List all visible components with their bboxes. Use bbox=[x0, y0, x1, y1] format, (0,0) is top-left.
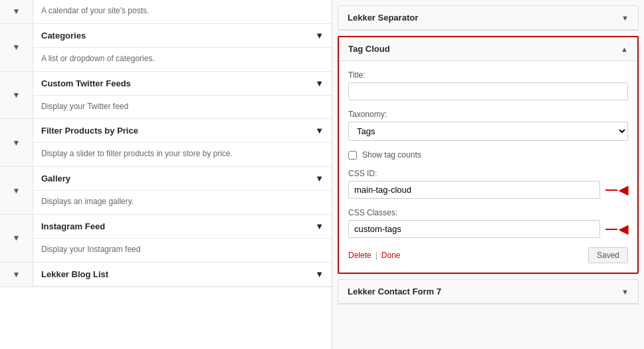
widget-list: ▼ A calendar of your site's posts. ▼ Cat… bbox=[0, 0, 332, 349]
widget-desc-filter: Display a slider to filter products in y… bbox=[33, 143, 332, 166]
css-id-input[interactable] bbox=[348, 181, 600, 199]
widget-expand-arrow-blog-list: ▼ bbox=[315, 269, 324, 279]
widget-desc-calendar: A calendar of your site's posts. bbox=[33, 0, 332, 23]
title-input[interactable] bbox=[348, 82, 628, 100]
action-separator: | bbox=[376, 251, 377, 260]
section-lekker-separator: Lekker Separator ▼ bbox=[338, 5, 639, 31]
arrow-indicator-css-id: ◀ bbox=[605, 183, 628, 197]
done-link[interactable]: Done bbox=[381, 251, 401, 260]
section-header-lekker-separator[interactable]: Lekker Separator ▼ bbox=[338, 6, 638, 30]
widget-expand-arrow-filter: ▼ bbox=[315, 126, 324, 136]
widget-row-calendar-partial: ▼ A calendar of your site's posts. bbox=[0, 0, 332, 24]
widget-title-categories[interactable]: Categories ▼ bbox=[33, 24, 332, 48]
widget-collapse-blog-list[interactable]: ▼ bbox=[0, 263, 33, 287]
action-row: Delete | Done Saved bbox=[348, 247, 628, 263]
widget-title-blog-list[interactable]: Lekker Blog List ▼ bbox=[33, 263, 332, 287]
css-classes-input-wrapper: ◀ bbox=[348, 220, 628, 238]
chevron-down-icon: ▼ bbox=[13, 233, 21, 243]
section-header-contact-form[interactable]: Lekker Contact Form 7 ▼ bbox=[338, 280, 638, 304]
widget-desc-categories: A list or dropdown of categories. bbox=[33, 48, 332, 71]
widget-collapse-filter[interactable]: ▼ bbox=[0, 119, 33, 166]
css-id-label: CSS ID: bbox=[348, 169, 628, 178]
left-arrow-icon-css-id: ◀ bbox=[619, 183, 628, 197]
chevron-down-icon: ▼ bbox=[13, 43, 21, 52]
widget-row-custom-twitter-feeds: ▼ Custom Twitter Feeds ▼ Display your Tw… bbox=[0, 72, 332, 120]
widget-title-twitter[interactable]: Custom Twitter Feeds ▼ bbox=[33, 72, 332, 96]
form-group-title: Title: bbox=[348, 70, 628, 100]
widget-expand-arrow-twitter: ▼ bbox=[315, 78, 324, 88]
widget-desc-instagram: Display your Instagram feed bbox=[33, 239, 332, 262]
chevron-down-icon: ▼ bbox=[13, 138, 21, 148]
widget-settings-panel: Lekker Separator ▼ Tag Cloud ▲ Title: Ta… bbox=[332, 0, 644, 349]
arrow-line-2 bbox=[605, 229, 617, 230]
chevron-down-icon-contact-form: ▼ bbox=[621, 288, 629, 296]
widget-desc-twitter: Display your Twitter feed bbox=[33, 96, 332, 119]
widget-title-gallery[interactable]: Gallery ▼ bbox=[33, 167, 332, 191]
widget-collapse-gallery[interactable]: ▼ bbox=[0, 167, 33, 214]
widget-collapse-calendar[interactable]: ▼ bbox=[0, 0, 33, 23]
left-arrow-icon-css-classes: ◀ bbox=[619, 222, 628, 237]
widget-expand-arrow-instagram: ▼ bbox=[315, 221, 324, 231]
widget-desc-gallery: Displays an image gallery. bbox=[33, 191, 332, 214]
form-group-css-id: CSS ID: ◀ bbox=[348, 169, 628, 199]
widget-label-instagram: Instagram Feed bbox=[41, 221, 105, 231]
form-group-taxonomy: Taxonomy: Tags Categories Post Tags bbox=[348, 110, 628, 141]
section-header-tag-cloud[interactable]: Tag Cloud ▲ bbox=[339, 37, 637, 61]
taxonomy-select[interactable]: Tags Categories Post Tags bbox=[348, 122, 628, 141]
widget-row-categories: ▼ Categories ▼ A list or dropdown of cat… bbox=[0, 24, 332, 72]
arrow-line bbox=[605, 189, 617, 191]
section-title-contact-form: Lekker Contact Form 7 bbox=[348, 287, 441, 296]
css-id-input-wrapper: ◀ bbox=[348, 181, 628, 199]
widget-label-twitter: Custom Twitter Feeds bbox=[41, 78, 131, 88]
form-group-css-classes: CSS Classes: ◀ bbox=[348, 208, 628, 238]
chevron-down-icon: ▼ bbox=[13, 186, 21, 195]
section-title-tag-cloud: Tag Cloud bbox=[348, 44, 390, 54]
widget-label-blog-list: Lekker Blog List bbox=[41, 269, 108, 279]
chevron-down-icon-separator: ▼ bbox=[621, 14, 629, 22]
css-classes-label: CSS Classes: bbox=[348, 208, 628, 217]
taxonomy-label: Taxonomy: bbox=[348, 110, 628, 119]
section-title-lekker-separator: Lekker Separator bbox=[348, 13, 418, 23]
widget-expand-arrow-categories: ▼ bbox=[315, 31, 324, 41]
widget-row-gallery: ▼ Gallery ▼ Displays an image gallery. bbox=[0, 167, 332, 215]
chevron-down-icon: ▼ bbox=[13, 7, 21, 16]
chevron-down-icon: ▼ bbox=[13, 270, 21, 279]
widget-collapse-instagram[interactable]: ▼ bbox=[0, 215, 33, 262]
widget-label-filter: Filter Products by Price bbox=[41, 126, 138, 136]
arrow-indicator-css-classes: ◀ bbox=[605, 222, 628, 237]
delete-link[interactable]: Delete bbox=[348, 251, 372, 260]
widget-collapse-twitter[interactable]: ▼ bbox=[0, 72, 33, 119]
section-tag-cloud: Tag Cloud ▲ Title: Taxonomy: Tags Catego… bbox=[338, 36, 639, 274]
show-tag-counts-row: Show tag counts bbox=[348, 150, 628, 160]
widget-label-categories: Categories bbox=[41, 31, 86, 41]
title-label: Title: bbox=[348, 70, 628, 80]
widget-title-filter[interactable]: Filter Products by Price ▼ bbox=[33, 119, 332, 143]
widget-row-lekker-blog-list: ▼ Lekker Blog List ▼ bbox=[0, 263, 332, 287]
widget-row-instagram: ▼ Instagram Feed ▼ Display your Instagra… bbox=[0, 215, 332, 263]
widget-label-gallery: Gallery bbox=[41, 174, 70, 183]
saved-button: Saved bbox=[588, 247, 628, 263]
section-lekker-contact-form: Lekker Contact Form 7 ▼ bbox=[338, 279, 639, 304]
chevron-up-icon-tag-cloud: ▲ bbox=[621, 45, 628, 53]
widget-title-instagram[interactable]: Instagram Feed ▼ bbox=[33, 215, 332, 239]
chevron-down-icon: ▼ bbox=[13, 90, 21, 100]
widget-collapse-categories[interactable]: ▼ bbox=[0, 24, 33, 71]
widget-row-filter-products: ▼ Filter Products by Price ▼ Display a s… bbox=[0, 119, 332, 167]
widget-expand-arrow-gallery: ▼ bbox=[315, 174, 324, 183]
css-classes-input[interactable] bbox=[348, 220, 600, 238]
show-tag-counts-checkbox[interactable] bbox=[348, 151, 357, 160]
show-tag-counts-label: Show tag counts bbox=[362, 150, 421, 160]
section-body-tag-cloud: Title: Taxonomy: Tags Categories Post Ta… bbox=[339, 61, 637, 273]
action-links: Delete | Done bbox=[348, 251, 401, 260]
